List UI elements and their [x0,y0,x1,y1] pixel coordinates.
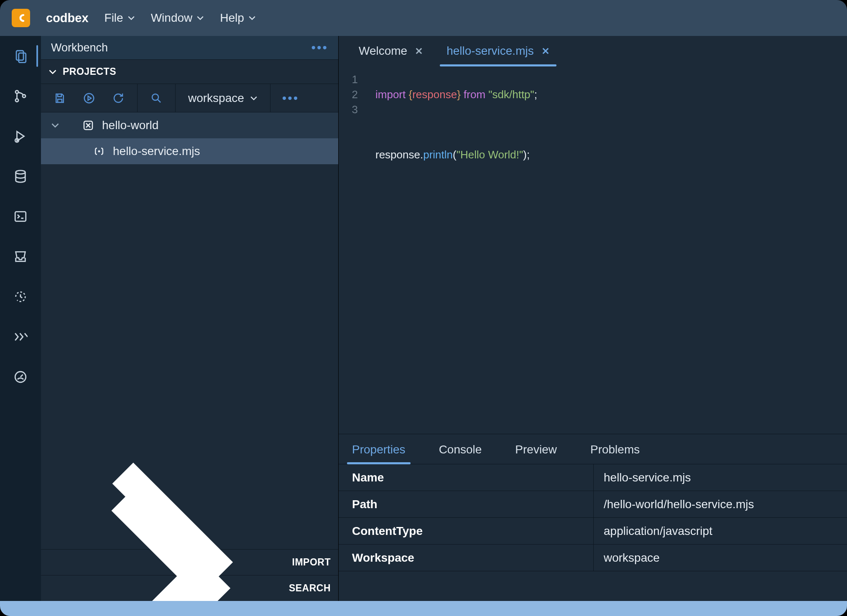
line-number: 2 [339,87,358,102]
tab-welcome[interactable]: Welcome [347,36,435,66]
sidebar-header: Workbench ••• [41,36,338,60]
property-key: Workspace [339,545,594,571]
activity-database[interactable] [12,168,29,185]
menu-window[interactable]: Window [151,11,204,25]
property-key: Path [339,491,594,517]
property-row: Path /hello-world/hello-service.mjs [339,491,847,518]
menubar: codbex File Window Help [0,0,847,36]
chevron-down-icon [48,68,57,76]
svg-point-6 [16,171,26,174]
chevron-down-icon [248,14,256,22]
svg-point-2 [15,91,18,94]
bottom-tab-console[interactable]: Console [434,443,487,464]
activity-debug[interactable] [12,128,29,145]
tab-welcome-label: Welcome [359,44,407,58]
property-row: ContentType application/javascript [339,518,847,545]
property-value: hello-service.mjs [594,471,847,484]
activity-flow[interactable] [12,328,29,345]
chevron-down-icon [51,121,59,130]
section-projects-label: PROJECTS [63,66,116,77]
section-search-label: SEARCH [289,583,331,594]
svg-point-4 [23,94,26,97]
editor-tabs: Welcome hello-service.mjs [339,36,847,66]
activity-dashboard[interactable] [12,369,29,385]
bottom-tab-problems[interactable]: Problems [585,443,645,464]
sidebar-title: Workbench [51,41,108,54]
property-value: /hello-world/hello-service.mjs [594,498,847,511]
section-search[interactable]: SEARCH [41,575,338,601]
tab-hello-service-label: hello-service.mjs [446,44,534,58]
svg-rect-1 [19,53,26,63]
property-key: ContentType [339,518,594,544]
sidebar: Workbench ••• PROJECTS workspace [41,36,339,601]
svg-rect-7 [15,212,26,221]
code-line-2 [375,117,847,132]
tree-folder-hello-world[interactable]: hello-world [41,112,338,138]
editor-area: Welcome hello-service.mjs 1 2 3 import {… [339,36,847,601]
search-icon[interactable] [150,92,163,104]
workspace-selector[interactable]: workspace [176,84,270,112]
activity-inbox[interactable] [12,248,29,265]
projects-toolbar: workspace ••• [41,84,338,112]
bottom-panel: Properties Console Preview Problems Name… [339,434,847,601]
activity-git[interactable] [12,88,29,104]
toolbar-more-icon[interactable]: ••• [270,91,311,105]
tree-folder-label: hello-world [102,119,158,132]
line-number: 1 [339,72,358,87]
tab-hello-service[interactable]: hello-service.mjs [435,36,561,66]
chevron-down-icon [250,94,258,102]
menu-file[interactable]: File [105,11,135,25]
project-icon [82,119,94,132]
property-value: application/javascript [594,524,847,538]
line-gutter: 1 2 3 [339,72,365,434]
chevron-down-icon [128,14,135,22]
chevron-right-icon [48,471,283,616]
menu-help[interactable]: Help [220,11,256,25]
code-lines: import {response} from "sdk/http"; respo… [365,72,847,434]
property-key: Name [339,464,594,491]
svg-point-3 [15,99,18,102]
property-row: Workspace workspace [339,545,847,571]
refresh-icon[interactable] [112,92,125,104]
svg-rect-0 [16,51,23,60]
menu-window-label: Window [151,11,193,25]
status-bar [0,601,847,616]
menu-help-label: Help [220,11,244,25]
property-value: workspace [594,551,847,565]
property-row: Name hello-service.mjs [339,464,847,491]
svg-point-10 [152,94,158,100]
run-icon[interactable] [83,92,95,104]
activity-history[interactable] [12,288,29,305]
bottom-tabs: Properties Console Preview Problems [339,434,847,464]
code-editor[interactable]: 1 2 3 import {response} from "sdk/http";… [339,66,847,434]
code-line-1: import {response} from "sdk/http"; [375,87,847,102]
close-icon[interactable] [541,47,550,55]
menu-file-label: File [105,11,123,25]
svg-point-9 [84,93,94,103]
tree-file-hello-service[interactable]: hello-service.mjs [41,138,338,164]
save-icon[interactable] [54,92,66,104]
brand-label: codbex [46,11,89,25]
app-logo [12,9,30,27]
workspace-selector-label: workspace [188,92,244,105]
js-file-icon [93,145,105,158]
activity-bar [0,36,41,601]
section-projects[interactable]: PROJECTS [41,60,338,84]
line-number: 3 [339,102,358,117]
chevron-down-icon [196,14,204,22]
tree-file-label: hello-service.mjs [113,145,200,158]
close-icon[interactable] [415,47,423,55]
activity-terminal[interactable] [12,208,29,225]
code-line-3: response.println("Hello World!"); [375,147,847,162]
activity-workbench[interactable] [12,48,29,64]
bottom-tab-preview[interactable]: Preview [510,443,562,464]
section-import-label: IMPORT [292,557,331,568]
properties-table: Name hello-service.mjs Path /hello-world… [339,464,847,601]
svg-point-12 [99,151,100,152]
sidebar-more-icon[interactable]: ••• [311,41,328,55]
bottom-tab-properties[interactable]: Properties [347,443,411,464]
